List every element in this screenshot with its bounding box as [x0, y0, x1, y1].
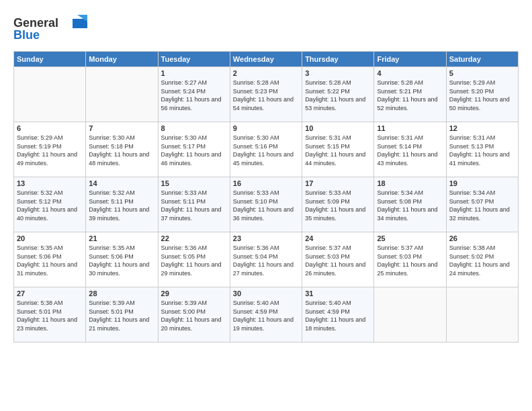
calendar-cell [14, 67, 86, 122]
svg-text:Blue: Blue [13, 28, 40, 42]
logo: General Blue [13, 13, 87, 46]
cell-info: Sunrise: 5:36 AMSunset: 5:05 PMDaylight:… [161, 244, 227, 277]
calendar-week-row: 20Sunrise: 5:35 AMSunset: 5:06 PMDayligh… [14, 232, 519, 287]
calendar-cell: 3Sunrise: 5:28 AMSunset: 5:22 PMDaylight… [302, 67, 374, 122]
calendar-cell [374, 287, 446, 342]
day-number: 21 [89, 234, 154, 242]
calendar-cell: 4Sunrise: 5:28 AMSunset: 5:21 PMDaylight… [374, 67, 446, 122]
svg-text:General: General [13, 16, 58, 30]
cell-info: Sunrise: 5:28 AMSunset: 5:22 PMDaylight:… [305, 79, 371, 112]
day-number: 16 [233, 179, 299, 187]
day-number: 19 [449, 179, 515, 187]
calendar-cell: 8Sunrise: 5:30 AMSunset: 5:17 PMDaylight… [158, 122, 230, 177]
calendar-cell: 20Sunrise: 5:35 AMSunset: 5:06 PMDayligh… [14, 232, 86, 287]
day-number: 8 [161, 124, 227, 132]
day-number: 2 [233, 69, 299, 77]
svg-marker-2 [73, 19, 87, 28]
calendar-cell: 29Sunrise: 5:39 AMSunset: 5:00 PMDayligh… [158, 287, 230, 342]
calendar-cell: 25Sunrise: 5:37 AMSunset: 5:03 PMDayligh… [374, 232, 446, 287]
day-number: 15 [161, 179, 227, 187]
day-number: 25 [377, 234, 443, 242]
day-number: 11 [377, 124, 443, 132]
calendar-cell: 12Sunrise: 5:31 AMSunset: 5:13 PMDayligh… [446, 122, 518, 177]
day-number: 6 [17, 124, 83, 132]
cell-info: Sunrise: 5:30 AMSunset: 5:16 PMDaylight:… [233, 134, 299, 167]
day-number: 30 [233, 289, 299, 298]
cell-info: Sunrise: 5:36 AMSunset: 5:04 PMDaylight:… [233, 244, 299, 277]
calendar-cell: 19Sunrise: 5:34 AMSunset: 5:07 PMDayligh… [446, 177, 518, 232]
calendar-cell: 18Sunrise: 5:34 AMSunset: 5:08 PMDayligh… [374, 177, 446, 232]
calendar-cell: 30Sunrise: 5:40 AMSunset: 4:59 PMDayligh… [230, 287, 302, 342]
calendar-cell: 10Sunrise: 5:31 AMSunset: 5:15 PMDayligh… [302, 122, 374, 177]
cell-info: Sunrise: 5:29 AMSunset: 5:20 PMDaylight:… [449, 79, 515, 112]
calendar-cell: 24Sunrise: 5:37 AMSunset: 5:03 PMDayligh… [302, 232, 374, 287]
day-number: 12 [449, 124, 515, 132]
calendar-cell: 26Sunrise: 5:38 AMSunset: 5:02 PMDayligh… [446, 232, 518, 287]
cell-info: Sunrise: 5:28 AMSunset: 5:23 PMDaylight:… [233, 79, 299, 112]
weekday-header: Tuesday [158, 52, 230, 67]
calendar-cell: 6Sunrise: 5:29 AMSunset: 5:19 PMDaylight… [14, 122, 86, 177]
cell-info: Sunrise: 5:32 AMSunset: 5:11 PMDaylight:… [89, 189, 154, 222]
calendar-week-row: 27Sunrise: 5:38 AMSunset: 5:01 PMDayligh… [14, 287, 519, 342]
calendar-cell: 23Sunrise: 5:36 AMSunset: 5:04 PMDayligh… [230, 232, 302, 287]
day-number: 18 [377, 179, 443, 187]
day-number: 23 [233, 234, 299, 242]
day-number: 17 [305, 179, 371, 187]
weekday-header: Monday [86, 52, 158, 67]
day-number: 20 [17, 234, 83, 242]
weekday-header: Friday [374, 52, 446, 67]
calendar-cell: 2Sunrise: 5:28 AMSunset: 5:23 PMDaylight… [230, 67, 302, 122]
day-number: 31 [305, 289, 371, 298]
cell-info: Sunrise: 5:31 AMSunset: 5:14 PMDaylight:… [377, 134, 443, 167]
cell-info: Sunrise: 5:38 AMSunset: 5:02 PMDaylight:… [449, 244, 515, 277]
calendar-cell: 15Sunrise: 5:33 AMSunset: 5:11 PMDayligh… [158, 177, 230, 232]
header: General Blue [13, 11, 519, 46]
day-number: 10 [305, 124, 371, 132]
calendar-cell: 22Sunrise: 5:36 AMSunset: 5:05 PMDayligh… [158, 232, 230, 287]
day-number: 3 [305, 69, 371, 77]
calendar-cell: 16Sunrise: 5:33 AMSunset: 5:10 PMDayligh… [230, 177, 302, 232]
calendar-week-row: 13Sunrise: 5:32 AMSunset: 5:12 PMDayligh… [14, 177, 519, 232]
main-container: General Blue SundayMondayTuesdayWednesda… [0, 0, 532, 349]
cell-info: Sunrise: 5:30 AMSunset: 5:17 PMDaylight:… [161, 134, 227, 167]
cell-info: Sunrise: 5:32 AMSunset: 5:12 PMDaylight:… [17, 189, 83, 222]
header-row: SundayMondayTuesdayWednesdayThursdayFrid… [14, 52, 519, 67]
cell-info: Sunrise: 5:35 AMSunset: 5:06 PMDaylight:… [17, 244, 83, 277]
logo-text: General Blue [13, 13, 87, 46]
cell-info: Sunrise: 5:30 AMSunset: 5:18 PMDaylight:… [89, 134, 154, 167]
cell-info: Sunrise: 5:38 AMSunset: 5:01 PMDaylight:… [17, 299, 83, 332]
calendar-cell: 9Sunrise: 5:30 AMSunset: 5:16 PMDaylight… [230, 122, 302, 177]
cell-info: Sunrise: 5:35 AMSunset: 5:06 PMDaylight:… [89, 244, 154, 277]
cell-info: Sunrise: 5:40 AMSunset: 4:59 PMDaylight:… [233, 299, 299, 332]
calendar-cell: 27Sunrise: 5:38 AMSunset: 5:01 PMDayligh… [14, 287, 86, 342]
weekday-header: Wednesday [230, 52, 302, 67]
day-number: 24 [305, 234, 371, 242]
calendar-cell: 14Sunrise: 5:32 AMSunset: 5:11 PMDayligh… [86, 177, 158, 232]
calendar-table: SundayMondayTuesdayWednesdayThursdayFrid… [13, 51, 519, 342]
cell-info: Sunrise: 5:31 AMSunset: 5:15 PMDaylight:… [305, 134, 371, 167]
calendar-cell: 21Sunrise: 5:35 AMSunset: 5:06 PMDayligh… [86, 232, 158, 287]
day-number: 22 [161, 234, 227, 242]
calendar-cell: 11Sunrise: 5:31 AMSunset: 5:14 PMDayligh… [374, 122, 446, 177]
day-number: 7 [89, 124, 154, 132]
calendar-cell: 7Sunrise: 5:30 AMSunset: 5:18 PMDaylight… [86, 122, 158, 177]
cell-info: Sunrise: 5:27 AMSunset: 5:24 PMDaylight:… [161, 79, 227, 112]
weekday-header: Sunday [14, 52, 86, 67]
weekday-header: Thursday [302, 52, 374, 67]
cell-info: Sunrise: 5:37 AMSunset: 5:03 PMDaylight:… [305, 244, 371, 277]
cell-info: Sunrise: 5:34 AMSunset: 5:08 PMDaylight:… [377, 189, 443, 222]
calendar-cell: 28Sunrise: 5:39 AMSunset: 5:01 PMDayligh… [86, 287, 158, 342]
calendar-cell: 13Sunrise: 5:32 AMSunset: 5:12 PMDayligh… [14, 177, 86, 232]
calendar-cell: 31Sunrise: 5:40 AMSunset: 4:59 PMDayligh… [302, 287, 374, 342]
day-number: 27 [17, 289, 83, 298]
day-number: 26 [449, 234, 515, 242]
calendar-cell: 1Sunrise: 5:27 AMSunset: 5:24 PMDaylight… [158, 67, 230, 122]
cell-info: Sunrise: 5:37 AMSunset: 5:03 PMDaylight:… [377, 244, 443, 277]
day-number: 29 [161, 289, 227, 298]
cell-info: Sunrise: 5:33 AMSunset: 5:09 PMDaylight:… [305, 189, 371, 222]
cell-info: Sunrise: 5:34 AMSunset: 5:07 PMDaylight:… [449, 189, 515, 222]
cell-info: Sunrise: 5:33 AMSunset: 5:10 PMDaylight:… [233, 189, 299, 222]
cell-info: Sunrise: 5:28 AMSunset: 5:21 PMDaylight:… [377, 79, 443, 112]
day-number: 9 [233, 124, 299, 132]
day-number: 5 [449, 69, 515, 77]
